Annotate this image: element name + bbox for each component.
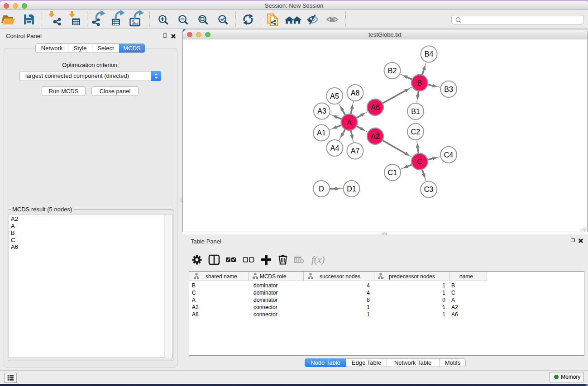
svg-text:A8: A8 [351,89,360,97]
svg-text:name: name [459,273,473,280]
svg-text:A2: A2 [192,304,199,310]
svg-text:A2: A2 [451,304,458,310]
svg-text:8: 8 [367,297,370,303]
svg-text:C2: C2 [411,128,421,136]
svg-text:1: 1 [442,282,445,289]
svg-text:A3: A3 [317,107,326,115]
svg-text:dominator: dominator [253,282,277,289]
svg-text:B4: B4 [425,50,434,58]
svg-text:A4: A4 [330,144,339,152]
svg-text:A6: A6 [192,311,199,318]
svg-text:A7: A7 [351,147,360,155]
svg-text:f(x): f(x) [311,254,325,265]
svg-text:C4: C4 [444,151,454,159]
svg-text:B2: B2 [388,67,397,75]
svg-text:D: D [319,185,324,193]
svg-text:4: 4 [367,282,370,289]
svg-text:D1: D1 [347,185,356,193]
svg-text:A6: A6 [371,104,380,111]
svg-text:B: B [417,79,422,87]
svg-text:successor nodes: successor nodes [320,273,360,280]
svg-text:C: C [451,290,455,296]
svg-text:A6: A6 [451,311,458,318]
svg-text:1: 1 [367,304,370,310]
svg-text:0: 0 [442,297,445,303]
svg-text:C3: C3 [424,186,434,193]
svg-text:A1: A1 [317,129,326,137]
svg-text:dominator: dominator [253,290,277,296]
svg-text:C1: C1 [388,169,397,176]
svg-text:1: 1 [367,311,370,318]
svg-text:B1: B1 [411,108,420,115]
svg-text:4: 4 [367,290,370,296]
svg-text:C: C [417,158,422,166]
svg-text:A: A [192,297,196,303]
svg-text:predecessor nodes: predecessor nodes [389,273,435,280]
svg-text:C: C [192,290,196,296]
svg-text:1: 1 [442,304,445,310]
svg-text:B: B [451,282,455,289]
svg-text:connector: connector [253,304,277,310]
svg-text:connector: connector [253,311,277,318]
svg-text:A: A [347,119,352,126]
svg-text:1: 1 [442,290,445,296]
svg-text:A: A [451,297,455,303]
svg-text:A5: A5 [330,92,339,100]
svg-text:B: B [192,282,196,289]
svg-text:A2: A2 [371,133,380,140]
svg-text:B3: B3 [444,86,453,93]
svg-text:dominator: dominator [253,297,277,303]
svg-text:MCDS role: MCDS role [260,273,287,280]
svg-text:shared name: shared name [206,273,237,280]
svg-text:1: 1 [442,311,445,318]
